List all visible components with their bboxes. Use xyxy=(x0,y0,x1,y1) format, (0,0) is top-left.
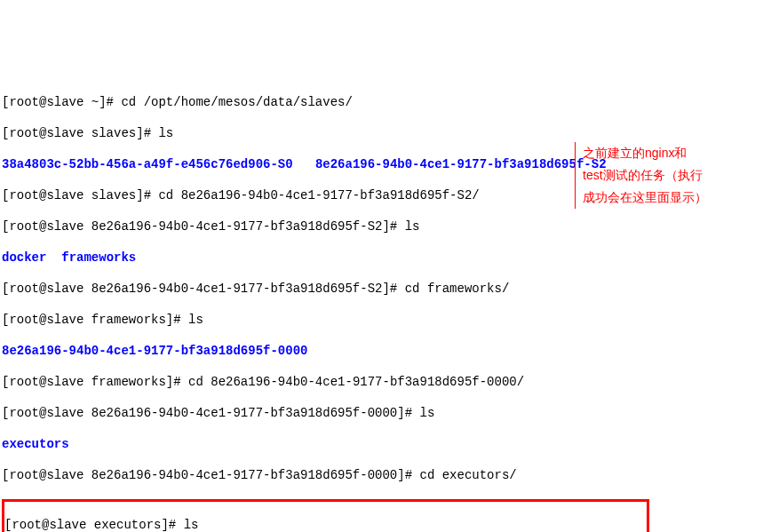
dir-entry: 8e26a196-94b0-4ce1-9177-bf3a918d695f-S2 xyxy=(315,157,607,171)
shell-cmd: cd executors/ xyxy=(419,468,516,482)
dir-entry: 8e26a196-94b0-4ce1-9177-bf3a918d695f-000… xyxy=(2,344,307,358)
shell-cmd: ls xyxy=(419,406,434,420)
shell-cmd: ls xyxy=(184,518,199,532)
shell-prompt: [root@slave ~]# xyxy=(2,95,121,109)
annotation-line: 之前建立的nginx和 xyxy=(583,142,760,164)
shell-prompt: [root@slave 8e26a196-94b0-4ce1-9177-bf3a… xyxy=(2,406,419,420)
shell-cmd: cd /opt/home/mesos/data/slaves/ xyxy=(121,95,352,109)
annotation-line: 成功会在这里面显示） xyxy=(583,187,760,209)
shell-prompt: [root@slave 8e26a196-94b0-4ce1-9177-bf3a… xyxy=(2,219,405,234)
shell-prompt: [root@slave 8e26a196-94b0-4ce1-9177-bf3a… xyxy=(2,282,405,296)
shell-prompt: [root@slave executors]# xyxy=(4,518,184,532)
shell-cmd: ls xyxy=(158,126,173,140)
shell-prompt: [root@slave slaves]# xyxy=(2,188,158,202)
shell-cmd: cd 8e26a196-94b0-4ce1-9177-bf3a918d695f-… xyxy=(188,375,524,389)
shell-cmd: ls xyxy=(188,313,203,327)
shell-cmd: ls xyxy=(405,219,420,234)
shell-prompt: [root@slave slaves]# xyxy=(2,126,158,140)
dir-entry: 38a4803c-52bb-456a-a49f-e456c76ed906-S0 xyxy=(2,157,293,171)
annotation-callout: 之前建立的nginx和 test测试的任务（执行 成功会在这里面显示） xyxy=(575,142,760,210)
dir-entry: frameworks xyxy=(61,250,136,265)
annotation-line: test测试的任务（执行 xyxy=(583,164,760,187)
dir-entry: executors xyxy=(2,437,69,451)
shell-prompt: [root@slave frameworks]# xyxy=(2,375,188,389)
dir-entry: docker xyxy=(2,250,46,265)
highlighted-box: [root@slave executors]# ls nginx.03593ba… xyxy=(2,499,649,532)
shell-prompt: [root@slave frameworks]# xyxy=(2,313,188,327)
shell-prompt: [root@slave 8e26a196-94b0-4ce1-9177-bf3a… xyxy=(2,468,419,482)
shell-cmd: cd 8e26a196-94b0-4ce1-9177-bf3a918d695f-… xyxy=(158,188,479,202)
shell-cmd: cd frameworks/ xyxy=(405,282,510,296)
